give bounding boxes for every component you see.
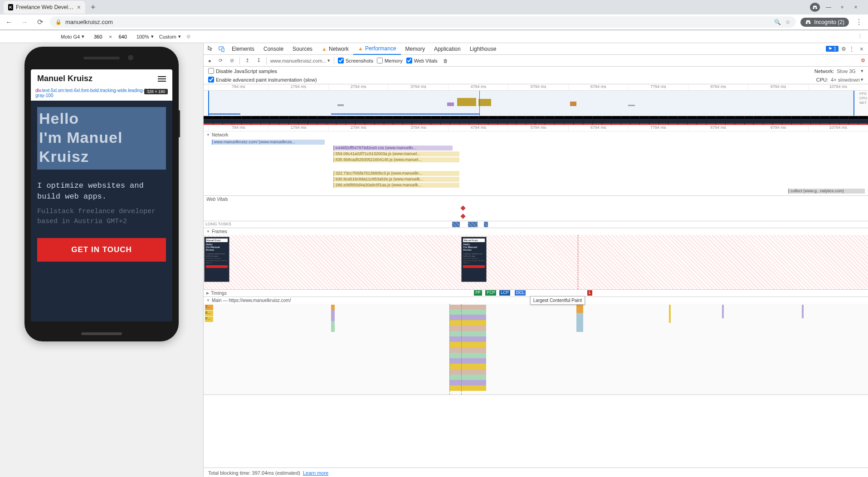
web-vitals-body[interactable] — [204, 203, 868, 221]
device-height-input[interactable] — [115, 34, 131, 39]
frame-thumbnail[interactable]: Manuel Kruisz HelloI'm ManuelKruisz I op… — [461, 237, 487, 282]
back-button[interactable]: ← — [4, 17, 15, 28]
main-flame-chart[interactable]: T... E... F... — [204, 304, 868, 394]
load-button[interactable]: ↥ — [244, 57, 251, 64]
tab-console[interactable]: Console — [259, 44, 288, 54]
tab-network[interactable]: ▲Network — [317, 44, 353, 54]
hamburger-icon[interactable] — [158, 76, 166, 82]
close-icon[interactable]: × — [857, 45, 866, 53]
browser-menu-button[interactable]: ⋮ — [853, 17, 864, 28]
reload-record-button[interactable]: ⟳ — [217, 57, 224, 64]
trash-icon[interactable]: 🗑 — [441, 57, 450, 64]
timing-badge-dcl[interactable]: DCL — [515, 290, 526, 296]
disable-js-checkbox[interactable]: Disable JavaScript samples — [208, 68, 277, 74]
tab-elements[interactable]: Elements — [227, 44, 259, 54]
save-button[interactable]: ↧ — [255, 57, 263, 64]
record-button[interactable]: ● — [206, 57, 213, 64]
section-header-frames[interactable]: Frames — [204, 228, 868, 235]
forward-button[interactable]: → — [19, 17, 30, 28]
browser-tab[interactable]: K Freelance Web Developer | Ma × — [4, 1, 85, 14]
device-menu-button[interactable]: ⋮ — [858, 34, 863, 39]
device-select[interactable]: Moto G4 ▾ — [61, 34, 84, 39]
timeline-ruler-overview[interactable]: 794 ms1794 ms2794 ms3794 ms4794 ms5794 m… — [204, 84, 868, 91]
long-task-bar[interactable] — [468, 222, 478, 227]
network-request-bar[interactable]: 322.73cc7f45fa7513880bc3.js (www.manuelk… — [333, 171, 459, 176]
site-content: Hello I'm Manuel Kruisz I optimize websi… — [31, 101, 172, 268]
bookmark-icon[interactable]: ☆ — [785, 19, 790, 25]
tab-performance[interactable]: ▲Performance — [353, 43, 401, 55]
maximize-icon[interactable]: + — [837, 3, 847, 12]
web-vitals-checkbox[interactable]: Web Vitals — [406, 58, 438, 63]
tab-lighthouse[interactable]: Lighthouse — [465, 44, 501, 54]
device-width-input[interactable] — [90, 34, 106, 39]
frame-thumbnail[interactable]: Manuel Kruisz HelloI'm ManuelKruisz I op… — [204, 237, 229, 282]
device-dimensions: × — [90, 34, 131, 39]
vital-marker[interactable] — [461, 214, 466, 219]
network-rows[interactable]: www.manuelkruisz.com/ (www.manuelkruis..… — [204, 138, 868, 195]
minimize-icon[interactable]: — — [824, 3, 834, 12]
timing-badge-l[interactable]: L — [587, 290, 592, 296]
section-header-network[interactable]: Network — [204, 131, 868, 138]
clear-button[interactable]: ⊘ — [228, 57, 236, 64]
tab-memory[interactable]: Memory — [401, 44, 429, 54]
network-request-bar[interactable]: e446f2cff547879d2ce0.css (www.manuelkr..… — [333, 146, 453, 151]
footer-text: Total blocking time: 397.04ms (estimated… — [208, 470, 300, 476]
device-mode-icon[interactable] — [216, 46, 227, 52]
long-task-bar[interactable] — [484, 222, 488, 227]
window-controls: — + × — [810, 3, 864, 12]
tab-sources[interactable]: Sources — [288, 44, 317, 54]
section-header-web-vitals[interactable]: Web Vitals — [204, 196, 868, 203]
timeline-ruler-main[interactable]: 794 ms1794 ms2794 ms3794 ms4794 ms5794 m… — [204, 125, 868, 131]
enable-paint-checkbox[interactable]: Enable advanced paint instrumentation (s… — [208, 77, 317, 83]
recording-select[interactable]: www.manuelkruisz.com... ▾ — [270, 58, 330, 63]
network-request-bar[interactable]: 835.6b8cad52930521604145.js (www.manuel.… — [333, 157, 459, 162]
overview-labels: FPSCPUNET — [859, 92, 867, 105]
network-request-bar[interactable]: 930.8ca516c8da11c853a52e.js (www.manuelk… — [333, 177, 459, 182]
zoom-select[interactable]: 100% ▾ — [137, 34, 154, 39]
timing-badge-fcp[interactable]: FCP — [485, 290, 496, 296]
cpu-throttle-select[interactable]: 4× slowdown ▾ — [831, 77, 863, 83]
more-icon[interactable]: ⋮ — [849, 46, 854, 52]
filmstrip[interactable] — [204, 116, 868, 125]
perf-footer: Total blocking time: 397.04ms (estimated… — [204, 467, 868, 477]
overview-selection[interactable] — [208, 91, 854, 116]
timeline-overview[interactable]: FPSCPUNET — [204, 91, 868, 116]
cta-button[interactable]: GET IN TOUCH — [37, 238, 166, 262]
rotate-icon[interactable]: ⊘ — [186, 34, 190, 39]
phone-side-button — [179, 110, 180, 137]
inspect-icon[interactable] — [205, 46, 216, 52]
zoom-icon[interactable]: 🔍 — [774, 19, 781, 25]
tab-application[interactable]: Application — [429, 44, 465, 54]
network-request-bar[interactable]: 286.e06f850d4a20a8c5f1aa.js (www.manuelk… — [333, 183, 459, 188]
long-tasks-row[interactable]: LONG TASKS — [204, 221, 868, 228]
throttle-select[interactable]: Custom ▾ — [159, 34, 181, 39]
network-request-bar[interactable]: www.manuelkruisz.com/ (www.manuelkruis..… — [212, 140, 325, 145]
window-close-icon[interactable]: × — [851, 3, 861, 12]
vital-marker[interactable] — [461, 205, 466, 210]
long-task-bar[interactable] — [452, 222, 460, 227]
section-header-timings[interactable]: Timings — [204, 290, 229, 297]
screenshots-checkbox[interactable]: Screenshots — [338, 58, 373, 63]
new-tab-button[interactable]: + — [87, 3, 99, 12]
main-layout: Manuel Kruisz div.text-5xl.sm:text-6xl.f… — [0, 43, 868, 477]
close-icon[interactable]: × — [77, 4, 81, 11]
tab-bar: K Freelance Web Developer | Ma × + — + × — [0, 0, 868, 15]
gear-icon[interactable]: ⚙ — [841, 46, 846, 52]
site-logo[interactable]: Manuel Kruisz — [37, 74, 93, 83]
url-input[interactable]: 🔒 manuelkruisz.com 🔍 ☆ — [50, 16, 796, 28]
timing-badge-lcp[interactable]: LCP — [499, 290, 510, 296]
network-request-bar[interactable]: 559.08c41a02f71c9132003a.js (www.manuel.… — [333, 151, 459, 156]
network-throttle-select[interactable]: Slow 3G ▾ — [837, 68, 863, 74]
incognito-label: Incognito (2) — [814, 19, 844, 25]
network-request-bar[interactable]: collect (www.g...nalytics.com) — [788, 189, 864, 194]
reload-button[interactable]: ⟳ — [34, 17, 45, 28]
incognito-badge[interactable]: Incognito (2) — [800, 18, 849, 27]
learn-more-link[interactable]: Learn more — [303, 470, 328, 476]
timeline[interactable]: 794 ms1794 ms2794 ms3794 ms4794 ms5794 m… — [204, 84, 868, 467]
timings-row[interactable]: Largest Contentful Paint FPFCPLCPDCLL — [230, 290, 868, 296]
timing-badge-fp[interactable]: FP — [474, 290, 482, 296]
issues-badge[interactable]: ⚑1 — [826, 46, 839, 52]
frames-body[interactable]: Manuel Kruisz HelloI'm ManuelKruisz I op… — [204, 235, 868, 289]
memory-checkbox[interactable]: Memory — [377, 58, 403, 63]
perf-settings-icon[interactable]: ⚙ — [861, 58, 865, 63]
